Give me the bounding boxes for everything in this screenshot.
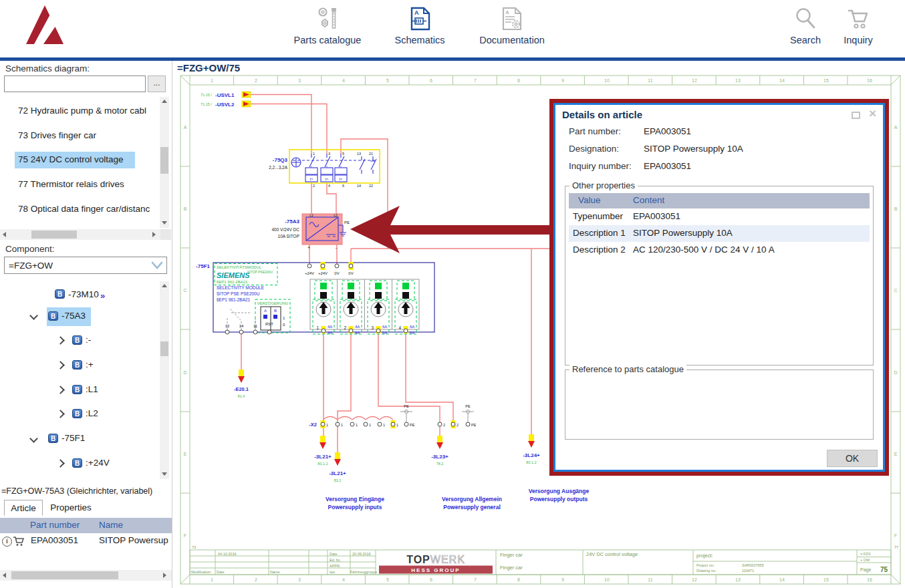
svg-text:+ OW: + OW <box>860 558 870 562</box>
scroll-thumb[interactable] <box>160 147 168 174</box>
diagram-list-hscrollbar[interactable] <box>0 229 171 240</box>
feed-usvl2[interactable]: 71.15 / -USVL2 <box>201 101 251 108</box>
scroll-thumb[interactable] <box>11 571 118 579</box>
feed-usvl1[interactable]: 71.15 / -USVL1 <box>201 92 251 98</box>
tree-row[interactable]: B :- <box>0 333 159 349</box>
component-75q3[interactable]: -75Q3 2,2...3,2A I> I> I> 1351321 246142… <box>269 150 380 188</box>
expander-right-icon[interactable] <box>56 336 65 345</box>
tree-row[interactable]: B :L1 <box>0 383 159 399</box>
component-desc2: 10A SITOP <box>278 234 299 239</box>
list-item[interactable]: 77 Thermistor relais drives <box>18 179 124 189</box>
tool-label: Search <box>783 35 827 45</box>
scroll-up-arrow[interactable] <box>162 284 167 287</box>
tree-row[interactable]: B :L2 <box>0 407 159 423</box>
prev-page-ref: 73 <box>192 545 196 549</box>
component-dropdown[interactable]: =FZG+OW <box>4 257 167 274</box>
svg-text:B: B <box>184 206 187 211</box>
arrow-down-icon <box>436 442 443 449</box>
tab-article[interactable]: Article <box>4 500 43 516</box>
field-label: Inquiry number: <box>569 161 632 171</box>
field-value: SITOP Powersupply 10A <box>644 144 743 154</box>
browse-button[interactable]: ... <box>148 76 166 92</box>
svg-text:11: 11 <box>648 577 652 582</box>
svg-text:21: 21 <box>369 152 373 156</box>
property-row[interactable]: Description 2 AC 120/230-500 V / DC 24 V… <box>569 242 870 259</box>
tree-item-more-indicator[interactable]: » <box>100 291 105 301</box>
link-3l23[interactable]: -3L23+ 78.2 <box>431 436 448 466</box>
tab-properties[interactable]: Properties <box>44 500 98 516</box>
tree-row[interactable]: B -73M10 » <box>0 288 159 304</box>
link-e20[interactable]: -E20.1 81.4 <box>234 370 249 398</box>
link-3l21-1[interactable]: -3L21+ 80.1.2 <box>314 436 332 466</box>
close-icon[interactable]: × <box>869 108 876 119</box>
restore-icon[interactable] <box>852 112 860 119</box>
tree-row-selected[interactable]: B -75A3 <box>0 309 159 326</box>
svg-text:-3L23+: -3L23+ <box>431 454 448 460</box>
svg-text:project:: project: <box>696 553 713 559</box>
svg-text:D: D <box>894 370 897 375</box>
list-item-selected[interactable]: 75 24V DC control voltage <box>18 154 124 164</box>
svg-text:A: A <box>184 125 187 130</box>
channel-2: 2 4A 4A <box>340 281 362 335</box>
expander-right-icon[interactable] <box>56 361 65 370</box>
svg-text:16: 16 <box>867 78 872 83</box>
component-b-icon: B <box>48 311 58 321</box>
scroll-right-arrow[interactable] <box>152 232 156 237</box>
scroll-thumb[interactable] <box>160 341 168 356</box>
scroll-right-arrow[interactable] <box>163 573 166 578</box>
nav-label: Documentation <box>472 35 552 45</box>
scroll-left-arrow[interactable] <box>3 573 6 578</box>
list-item[interactable]: 78 Optical data finger car/distanc <box>18 204 150 214</box>
scroll-down-arrow[interactable] <box>162 472 167 476</box>
title-block: 73 77 04.10.2016 Date20.09.2016 Ed. by. … <box>190 545 898 575</box>
component-75f1[interactable]: -75F1 SELEKTIVITÄTSMODUL SITOP PSE200U S… <box>196 262 434 335</box>
component-b-icon: B <box>72 458 82 468</box>
svg-text:Powersupply general: Powersupply general <box>443 504 501 510</box>
sidebar: Schematics diagram: ... 72 Hydraulic pum… <box>0 61 172 588</box>
feed-ref: 71.15 / <box>201 102 212 106</box>
terminal-strip-x2[interactable]: -X2 111111 PE 22 PE PE PE <box>309 404 476 428</box>
property-row[interactable]: Typenumber EPA003051 <box>569 208 870 225</box>
scroll-up-arrow[interactable] <box>162 100 167 103</box>
list-item[interactable]: 72 Hydraulic pump & motor cabl <box>18 106 146 116</box>
article-hscrollbar[interactable] <box>0 570 172 581</box>
article-table-row[interactable]: i EPA003051 SITOP Powersup <box>0 534 172 550</box>
expander-down-icon[interactable] <box>29 434 38 443</box>
svg-text:Versorgung Ausgänge: Versorgung Ausgänge <box>529 488 590 494</box>
list-item[interactable]: 73 Drives finger car <box>18 130 96 140</box>
column-ruler-bottom: 12345678910111213141516 <box>211 575 872 584</box>
component-b-icon: B <box>72 335 82 345</box>
svg-text:8: 8 <box>517 78 520 83</box>
svg-text:SITOP PSE200U: SITOP PSE200U <box>247 270 273 274</box>
channel-1: 1 4A 4A <box>313 281 334 335</box>
svg-text:4: 4 <box>328 184 330 188</box>
scroll-left-arrow[interactable] <box>3 232 6 237</box>
diagram-filter-input[interactable] <box>4 76 146 92</box>
tree-vscrollbar[interactable] <box>160 281 169 479</box>
svg-text:Name: Name <box>270 570 280 574</box>
tree-row[interactable]: B :+24V <box>0 456 159 472</box>
tree-item-label: :+ <box>86 359 94 370</box>
dialog-title: Details on article <box>562 109 642 120</box>
svg-text:4A: 4A <box>328 331 332 335</box>
scroll-thumb[interactable] <box>31 231 77 239</box>
link-3l24[interactable]: -3L24+ 80.1.2 <box>523 434 540 464</box>
ok-button[interactable]: OK <box>827 450 878 467</box>
diagram-list-vscrollbar[interactable] <box>160 97 169 228</box>
svg-text:F: F <box>184 533 186 538</box>
expander-down-icon[interactable] <box>29 311 38 320</box>
property-row[interactable]: Description 1 SITOP Powersupply 10A <box>569 225 870 242</box>
svg-text:22: 22 <box>369 184 373 188</box>
svg-text:Project no.:: Project no.: <box>696 563 715 567</box>
tree-row[interactable]: B -75F1 <box>0 432 159 448</box>
svg-text:C: C <box>894 288 897 293</box>
component-75a3[interactable]: L1 L2 PE + - -75A3 400 V/24V DC 10A SITO… <box>271 213 350 251</box>
expander-right-icon[interactable] <box>56 459 65 468</box>
scroll-down-arrow[interactable] <box>162 221 167 225</box>
cart-icon[interactable] <box>13 536 25 547</box>
link-3l21-2[interactable]: -3L21+ 83.2 <box>329 452 346 482</box>
expander-right-icon[interactable] <box>56 410 65 418</box>
info-icon[interactable]: i <box>2 537 12 547</box>
tree-row[interactable]: B :+ <box>0 358 159 374</box>
expander-right-icon[interactable] <box>56 386 65 394</box>
